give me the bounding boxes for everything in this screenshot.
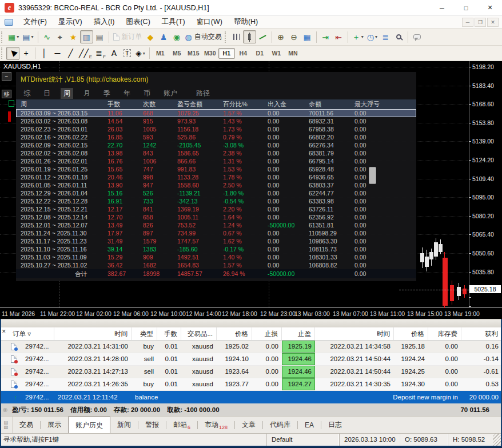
stats-tab-币[interactable]: 币 [141,88,153,99]
menu-item[interactable]: 工具(T) [156,17,191,27]
stats-row[interactable]: 2025.11.03 ~ 2025.11.0915.299091492.511.… [16,253,416,261]
tab-账户历史[interactable]: 账户历史 [68,417,110,434]
stats-row[interactable]: 2026.01.26 ~ 2026.02.0116.761006866.661.… [16,157,416,165]
order-row[interactable]: 29742...2022.03.21 14:26:35buy0.01xauusd… [0,378,502,391]
trendline-button[interactable]: ╱ [64,47,77,60]
stats-row[interactable]: 2026.03.02 ~ 2026.03.0814.54915973.931.4… [16,117,416,125]
experts-button[interactable]: ♟ [157,30,170,43]
tab-邮箱[interactable]: 邮箱6 [166,417,197,433]
menu-item[interactable]: 插入(I) [88,17,121,27]
stats-row[interactable]: 2026.03.09 ~ 2026.03.1511.066681079.251.… [16,109,416,117]
menu-item[interactable]: 显示(V) [53,17,88,27]
data-window-button[interactable]: ▤ [93,30,106,43]
stats-row[interactable]: 2025.12.08 ~ 2025.12.1412.706581005.111.… [16,213,416,221]
add-indicator-button[interactable]: ＋▾ [350,30,365,43]
bar-chart-button[interactable] [230,30,243,43]
chat-button[interactable] [411,30,424,43]
profiles-button[interactable]: ▤▾ [21,30,35,43]
menu-item[interactable]: 窗口(W) [191,17,228,27]
stats-tab-日[interactable]: 日 [41,88,53,99]
orders-col-header-5[interactable]: 价格 [217,327,252,340]
timeframe-h4[interactable]: H4 [235,48,252,59]
panel-minimize-button[interactable]: − [2,72,11,81]
menu-item[interactable]: 文件(F) [18,17,53,27]
tab-警报[interactable]: 警报 [138,417,166,433]
order-row[interactable]: 29742...2022.03.21 14:28:00sell0.01xauus… [0,353,502,366]
toolbar-handle[interactable] [1,31,4,43]
timeframe-w1[interactable]: W1 [268,48,285,59]
order-row[interactable]: 29742...2022.03.21 14:27:13sell0.01xauus… [0,366,502,378]
stats-tab-综[interactable]: 综 [21,88,33,99]
stats-tab-路径[interactable]: 路径 [193,88,213,99]
stats-row[interactable]: 2025.12.29 ~ 2026.01.0415.16526-1139.21-… [16,189,416,197]
stats-row[interactable]: 2025.11.24 ~ 2025.11.3017.97897734.990.6… [16,229,416,237]
panel-scrollbar-thumb[interactable] [369,167,376,184]
tab-代码库[interactable]: 代码库 [263,417,297,433]
order-row[interactable]: 29742...2022.03.21 14:31:00buy0.01xauusd… [0,341,502,353]
history-center-button[interactable]: ◆ [144,30,157,43]
label-button[interactable]: T [121,47,134,60]
periods-button[interactable]: ◷▾ [365,30,379,43]
stats-row[interactable]: 2026.02.02 ~ 2026.02.0813.988431586.652.… [16,149,416,157]
stats-row[interactable]: 2025.11.10 ~ 2025.11.1639.141383-185.60-… [16,245,416,253]
vertical-line-button[interactable]: │ [38,47,51,60]
balance-row[interactable]: ↑29742...2022.03.21 12:11:42balanceDepos… [0,391,502,403]
templates-button[interactable]: ≣ [379,30,392,43]
text-button[interactable]: A [107,47,121,60]
orders-col-header-3[interactable]: 手数 [157,327,181,340]
stats-row[interactable]: 2025.12.15 ~ 2025.12.2112.178411369.192.… [16,205,416,213]
stats-row[interactable]: 2026.01.12 ~ 2026.01.1820.469981133.281.… [16,173,416,181]
chart-shift-button[interactable]: ⇤ [332,30,345,43]
stats-row[interactable]: 2025.11.17 ~ 2025.11.2331.4915791747.571… [16,237,416,245]
orders-col-header-9[interactable]: 价格 [394,327,428,340]
orders-col-header-4[interactable]: 交易品... [181,327,217,340]
autotrading-button[interactable]: ◍自动交易 [184,30,224,43]
menu-item[interactable]: 图表(C) [120,17,156,27]
tab-日志[interactable]: 日志 [321,417,349,433]
fibonacci-button[interactable]: ≣F [94,47,107,60]
timeframe-h1[interactable]: H1 [218,48,235,59]
toolbar-handle[interactable] [1,47,4,59]
timeframe-d1[interactable]: D1 [252,48,268,59]
stats-tab-账户[interactable]: 账户 [161,88,180,99]
maximize-button[interactable]: □ [454,0,478,16]
zoom-in-button[interactable]: ⊕ [274,30,288,43]
new-chart-button[interactable]: ▦▾ [6,30,21,43]
target-button[interactable]: ⌖ [54,30,67,43]
stats-row[interactable]: 2026.02.23 ~ 2026.03.0126.0310051156.181… [16,125,416,133]
stats-row[interactable]: 2025.10.27 ~ 2025.11.0236.4216821654.831… [16,261,416,269]
mdi-minimize-button[interactable]: ─ [462,18,473,27]
timeframe-mn[interactable]: MN [285,48,301,59]
timeframe-m1[interactable]: M1 [152,48,169,59]
orders-col-header-11[interactable]: 获利 [461,327,502,340]
stats-row[interactable]: 2026.02.09 ~ 2026.02.1522.701242-2105.45… [16,141,416,149]
toolbar-handle[interactable] [225,31,228,43]
status-profile[interactable]: Default [266,434,339,446]
stats-row[interactable]: 2025.12.01 ~ 2025.12.0713.49826753.521.2… [16,221,416,229]
stats-row[interactable]: 2026.01.05 ~ 2026.01.1113.909471558.602.… [16,181,416,189]
auto-scroll-button[interactable]: ⇥ [319,30,332,43]
chart-area[interactable]: XAUUSD,H1 5198.205183.405168.605153.8051… [0,61,502,319]
orders-col-header-2[interactable]: 类型 [132,327,157,340]
crosshair-button[interactable]: + [19,47,33,60]
zoom-out-button[interactable]: ⊖ [288,30,301,43]
mdi-close-button[interactable]: ✕ [487,18,499,27]
shapes-button[interactable]: ◈▾ [134,47,147,60]
stats-row[interactable]: 2026.02.16 ~ 2026.02.2216.85593525.860.7… [16,133,416,141]
timeframe-m15[interactable]: M15 [185,48,202,59]
panel-move-button[interactable]: 移 [2,90,11,98]
sounds-button[interactable]: ◉ [170,30,184,43]
tile-windows-button[interactable]: ▦ [301,30,314,43]
orders-col-header-7[interactable]: 止盈 [282,327,315,340]
terminal-close-icon[interactable]: ✕ [2,329,6,334]
channel-button[interactable]: ╱╱E [77,47,94,60]
orders-col-header-6[interactable]: 止损 [252,327,282,340]
tab-展示[interactable]: 展示 [41,417,68,433]
timeframe-m30[interactable]: M30 [202,48,218,59]
tab-交易[interactable]: 交易 [13,417,40,433]
timeframe-m5[interactable]: M5 [169,48,185,59]
orders-col-header-10[interactable]: 库存费 [428,327,461,340]
panel-splitter[interactable] [0,319,502,327]
stats-tab-月[interactable]: 月 [81,88,93,99]
mdi-restore-button[interactable]: ❐ [475,18,486,27]
